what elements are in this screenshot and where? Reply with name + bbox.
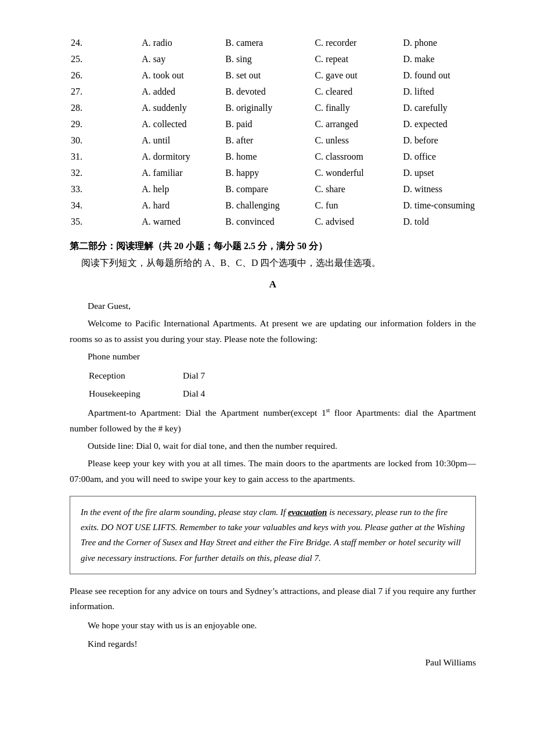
- q28-c: C. finally: [313, 100, 402, 116]
- q31-num: 31.: [70, 149, 140, 165]
- q26-c: C. gave out: [313, 67, 402, 84]
- q32-c: C. wonderful: [313, 165, 402, 181]
- q34-d: D. time-consuming: [402, 197, 476, 214]
- q26-d: D. found out: [402, 67, 476, 84]
- q33-a: A. help: [140, 181, 224, 197]
- evacuation-word: evacuation: [288, 507, 327, 517]
- q31-c: C. classroom: [313, 149, 402, 165]
- q26-a: A. took out: [140, 67, 224, 84]
- q26-num: 26.: [70, 67, 140, 84]
- signature: Paul Williams: [70, 657, 476, 668]
- reception-label: Reception: [89, 368, 182, 384]
- q30-c: C. unless: [313, 132, 402, 149]
- fire-box-text1: In the event of the fire alarm sounding,…: [81, 507, 288, 517]
- q29-num: 29.: [70, 116, 140, 132]
- q33-b: B. compare: [224, 181, 313, 197]
- q27-d: D. lifted: [402, 84, 476, 100]
- housekeeping-val: Dial 4: [183, 386, 276, 402]
- q28-b: B. originally: [224, 100, 313, 116]
- reception-val: Dial 7: [183, 368, 276, 384]
- q33-c: C. share: [313, 181, 402, 197]
- q24-d: D. phone: [402, 35, 476, 51]
- q24-b: B. camera: [224, 35, 313, 51]
- outside-line: Outside line: Dial 0, wait for dial tone…: [70, 438, 476, 453]
- q24-c: C. recorder: [313, 35, 402, 51]
- q30-num: 30.: [70, 132, 140, 149]
- q34-b: B. challenging: [224, 197, 313, 214]
- q29-b: B. paid: [224, 116, 313, 132]
- para1: Welcome to Pacific International Apartme…: [70, 316, 476, 347]
- section2-header: 第二部分：阅读理解（共 20 小题；每小题 2.5 分，满分 50 分）: [70, 240, 476, 253]
- question-row-27: 27.A. addedB. devotedC. clearedD. lifted: [70, 84, 476, 100]
- passage-title: A: [70, 279, 476, 290]
- q35-d: D. told: [402, 214, 476, 230]
- question-row-26: 26.A. took outB. set outC. gave outD. fo…: [70, 67, 476, 84]
- q30-d: D. before: [402, 132, 476, 149]
- q35-b: B. convinced: [224, 214, 313, 230]
- q34-c: C. fun: [313, 197, 402, 214]
- question-row-34: 34.A. hardB. challengingC. funD. time-co…: [70, 197, 476, 214]
- q35-num: 35.: [70, 214, 140, 230]
- q33-d: D. witness: [402, 181, 476, 197]
- closing1: Please see reception for any advice on t…: [70, 584, 476, 614]
- q25-d: D. make: [402, 51, 476, 67]
- q27-a: A. added: [140, 84, 224, 100]
- q35-a: A. warned: [140, 214, 224, 230]
- questions-table: 24.A. radioB. cameraC. recorderD. phone2…: [70, 35, 476, 230]
- q33-num: 33.: [70, 181, 140, 197]
- q35-c: C. advised: [313, 214, 402, 230]
- q31-b: B. home: [224, 149, 313, 165]
- closing2: We hope your stay with us is an enjoyabl…: [70, 618, 476, 633]
- question-row-33: 33.A. helpB. compareC. shareD. witness: [70, 181, 476, 197]
- q32-b: B. happy: [224, 165, 313, 181]
- q34-num: 34.: [70, 197, 140, 214]
- q24-num: 24.: [70, 35, 140, 51]
- key-note: Please keep your key with you at all tim…: [70, 456, 476, 487]
- section2-instruction: 阅读下列短文，从每题所给的 A、B、C、D 四个选项中，选出最佳选项。: [81, 257, 476, 269]
- q29-c: C. arranged: [313, 116, 402, 132]
- phone-table: Reception Dial 7 Housekeeping Dial 4: [88, 366, 277, 403]
- q30-b: B. after: [224, 132, 313, 149]
- q29-d: D. expected: [402, 116, 476, 132]
- q28-d: D. carefully: [402, 100, 476, 116]
- q30-a: A. until: [140, 132, 224, 149]
- q25-b: B. sing: [224, 51, 313, 67]
- q32-d: D. upset: [402, 165, 476, 181]
- question-row-30: 30.A. untilB. afterC. unlessD. before: [70, 132, 476, 149]
- q28-a: A. suddenly: [140, 100, 224, 116]
- q24-a: A. radio: [140, 35, 224, 51]
- q28-num: 28.: [70, 100, 140, 116]
- q26-b: B. set out: [224, 67, 313, 84]
- q25-num: 25.: [70, 51, 140, 67]
- greeting: Dear Guest,: [70, 298, 476, 314]
- q34-a: A. hard: [140, 197, 224, 214]
- q29-a: A. collected: [140, 116, 224, 132]
- q27-num: 27.: [70, 84, 140, 100]
- phone-label: Phone number: [70, 349, 476, 364]
- q27-b: B. devoted: [224, 84, 313, 100]
- question-row-25: 25.A. sayB. singC. repeatD. make: [70, 51, 476, 67]
- question-row-28: 28.A. suddenlyB. originallyC. finallyD. …: [70, 100, 476, 116]
- apt-line: Apartment-to Apartment: Dial the Apartme…: [70, 405, 476, 436]
- question-row-31: 31.A. dormitoryB. homeC. classroomD. off…: [70, 149, 476, 165]
- q32-a: A. familiar: [140, 165, 224, 181]
- q25-c: C. repeat: [313, 51, 402, 67]
- housekeeping-label: Housekeeping: [89, 386, 182, 402]
- closing3: Kind regards!: [70, 636, 476, 651]
- q27-c: C. cleared: [313, 84, 402, 100]
- question-row-29: 29.A. collectedB. paidC. arrangedD. expe…: [70, 116, 476, 132]
- q32-num: 32.: [70, 165, 140, 181]
- q25-a: A. say: [140, 51, 224, 67]
- q31-d: D. office: [402, 149, 476, 165]
- q31-a: A. dormitory: [140, 149, 224, 165]
- fire-alarm-box: In the event of the fire alarm sounding,…: [70, 496, 476, 574]
- question-row-35: 35.A. warnedB. convincedC. advisedD. tol…: [70, 214, 476, 230]
- question-row-24: 24.A. radioB. cameraC. recorderD. phone: [70, 35, 476, 51]
- question-row-32: 32.A. familiarB. happyC. wonderfulD. ups…: [70, 165, 476, 181]
